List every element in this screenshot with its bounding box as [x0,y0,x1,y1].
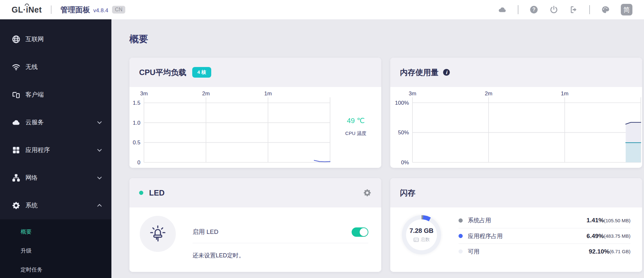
svg-text:1.5: 1.5 [133,100,140,106]
svg-text:0%: 0% [401,159,409,166]
header-icon-divider [518,5,518,14]
info-icon[interactable]: i [443,69,450,76]
logo-wifi-arc [25,4,29,6]
legend-row-apps: 应用程序占用 6.49% (483.75 MB) [459,228,630,244]
flash-legend: 系统占用 1.41% (105.50 MB) 应用程序占用 6.49% (483… [459,207,630,272]
sidebar-item-clients[interactable]: 客户端 [0,81,111,109]
header-icon-divider [589,5,590,14]
flash-card-header: 闪存 [390,178,642,207]
legend-row-available: 可用 92.10% (6.71 GB) [459,244,630,259]
apps-grid-icon [12,146,21,155]
svg-text:0: 0 [137,159,140,166]
glinet-logo: GL·iNet [12,5,42,14]
legend-dot [459,249,463,254]
svg-text:3m: 3m [140,91,148,97]
page-title: 概要 [129,33,634,46]
svg-text:3m: 3m [409,91,416,97]
top-header: GL·iNet 管理面板 v4.8.4 CN ? 简 [0,0,644,19]
submenu-item-upgrade[interactable]: 升级 [0,241,111,260]
svg-text:2m: 2m [202,91,210,97]
chevron-up-icon [97,203,102,208]
chevron-down-icon [97,120,102,125]
disk-icon [413,237,419,242]
sidebar: 互联网 无线 客户端 云服务 应用程序 [0,19,111,278]
legend-dot [459,234,463,238]
cpu-temperature-panel: 49 ℃ CPU 温度 [330,87,381,168]
flash-card-title: 闪存 [400,188,415,198]
flash-donut-chart: 7.28 GB 总数 [402,215,441,254]
help-icon[interactable]: ? [529,5,538,14]
chevron-down-icon [97,147,102,153]
svg-text:2m: 2m [485,91,493,97]
svg-text:?: ? [532,7,535,12]
led-bulb-icon [140,216,176,252]
sidebar-item-network[interactable]: 网络 [0,164,111,192]
led-card: LED 启用 LED [129,178,381,272]
sidebar-item-system[interactable]: 系统 [0,192,111,219]
svg-text:50%: 50% [398,129,409,136]
flash-total-value: 7.28 GB [410,227,433,235]
cloud-icon [12,118,21,127]
cpu-card-title: CPU平均负载 [139,67,186,78]
sidebar-item-internet[interactable]: 互联网 [0,25,111,53]
svg-text:1m: 1m [264,91,272,97]
flash-storage-card: 闪存 7.28 GB 总数 [390,178,642,272]
main-content: 概要 CPU平均负载 4 核 3m2m1m00.51.01.5 49 ℃ CPU… [111,19,644,278]
reboot-power-icon[interactable] [549,5,558,14]
sidebar-item-wireless[interactable]: 无线 [0,53,111,81]
submenu-item-scheduled-tasks[interactable]: 定时任务 [0,260,111,278]
region-badge: CN [112,6,125,14]
chevron-down-icon [97,175,102,181]
cpu-card-header: CPU平均负载 4 核 [129,58,381,87]
cloud-icon[interactable] [498,5,507,14]
cpu-load-card: CPU平均负载 4 核 3m2m1m00.51.01.5 49 ℃ CPU 温度 [129,58,381,168]
led-enable-label: 启用 LED [193,228,352,236]
logout-icon[interactable] [569,5,578,14]
legend-dot [459,218,463,223]
sidebar-item-cloud-services[interactable]: 云服务 [0,109,111,136]
theme-palette-icon[interactable] [601,5,610,14]
memory-usage-card: 内存使用量 i 3m2m1m0%50%100% [390,58,642,168]
memory-usage-chart: 3m2m1m0%50%100% [390,87,642,168]
header-divider [51,5,52,14]
sidebar-item-applications[interactable]: 应用程序 [0,136,111,164]
system-submenu: 概要 升级 定时任务 [0,219,111,278]
submenu-item-overview[interactable]: 概要 [0,222,111,241]
led-enable-toggle[interactable] [352,227,368,237]
cpu-temperature-label: CPU 温度 [330,130,381,137]
flash-total-label: 总数 [421,237,430,243]
language-switch-button[interactable]: 简 [621,4,632,15]
app-title: 管理面板 [61,5,90,15]
firmware-version: v4.8.4 [93,7,108,14]
svg-text:0.5: 0.5 [133,139,140,146]
memory-card-header: 内存使用量 i [390,58,642,87]
svg-text:100%: 100% [395,100,409,106]
network-sitemap-icon [12,173,21,182]
devices-icon [12,90,21,99]
legend-row-system: 系统占用 1.41% (105.50 MB) [459,213,630,228]
memory-card-title: 内存使用量 [400,67,439,78]
toggle-knob [360,228,368,236]
divider [193,243,368,243]
svg-text:1.0: 1.0 [133,120,140,126]
cpu-cores-badge: 4 核 [192,67,212,78]
led-status-dot [139,191,143,195]
led-card-title: LED [149,188,165,197]
wifi-icon [12,62,21,72]
gear-icon [12,201,21,210]
led-schedule-note: 还未设置LED定时。 [193,252,368,259]
svg-text:1m: 1m [561,91,569,97]
cpu-temperature-value: 49 ℃ [330,117,381,125]
globe-icon [12,35,21,44]
cpu-load-chart: 3m2m1m00.51.01.5 [129,87,330,168]
led-settings-gear-icon[interactable] [363,188,372,197]
led-card-header: LED [129,178,381,207]
